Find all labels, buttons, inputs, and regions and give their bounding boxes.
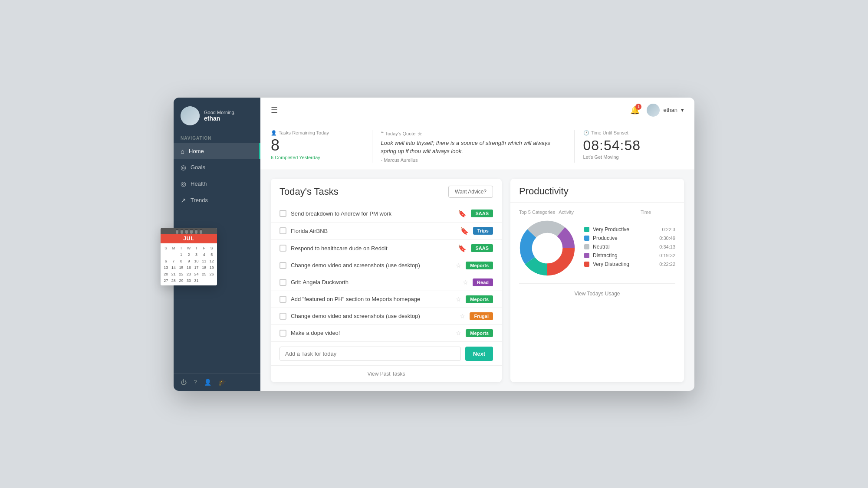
task-checkbox[interactable] — [279, 210, 286, 217]
task-star[interactable]: ☆ — [456, 330, 461, 337]
trends-icon: ↗ — [181, 197, 186, 204]
calendar-day[interactable]: 24 — [193, 271, 200, 277]
goals-icon: ◎ — [181, 164, 186, 171]
quote-icon: ❝ — [381, 131, 384, 136]
task-tag[interactable]: Trips — [473, 227, 493, 235]
col-activity: Activity — [559, 210, 637, 215]
calendar-day[interactable]: 3 — [193, 252, 200, 258]
task-text: Add "featured on PH" section to Meports … — [291, 296, 451, 302]
power-icon[interactable]: ⏻ — [181, 379, 187, 386]
user-icon[interactable]: 👤 — [204, 379, 211, 386]
calendar-day[interactable]: 8 — [178, 258, 185, 264]
task-tag[interactable]: Meports — [466, 329, 493, 337]
sunset-block: 🕐 Time Until Sunset 08:54:58 Let's Get M… — [575, 130, 684, 163]
task-item: Change demo video and screenshots (use d… — [271, 257, 502, 274]
task-bookmark-starred[interactable]: 🔖 — [458, 210, 467, 218]
calendar-day[interactable]: 13 — [162, 265, 170, 271]
view-usage-link[interactable]: View Todays Usage — [519, 287, 675, 300]
calendar-day[interactable]: 29 — [178, 278, 185, 284]
task-star[interactable]: ☆ — [456, 262, 461, 269]
col-categories: Top 5 Categories — [519, 210, 555, 215]
calendar-day[interactable]: 17 — [193, 265, 200, 271]
calendar-day[interactable]: 19 — [208, 265, 215, 271]
quote-star[interactable]: ★ — [417, 130, 423, 137]
legend-time: 0:22:22 — [659, 262, 675, 267]
calendar-day[interactable]: 5 — [208, 252, 215, 258]
calendar-day[interactable]: 21 — [170, 271, 178, 277]
calendar-day[interactable]: 7 — [170, 258, 178, 264]
task-star[interactable]: ☆ — [460, 313, 465, 320]
task-checkbox[interactable] — [279, 330, 286, 337]
calendar-day[interactable]: 6 — [162, 258, 170, 264]
calendar-day[interactable]: 31 — [193, 278, 200, 284]
task-tag[interactable]: Frugal — [470, 312, 493, 320]
task-tag[interactable]: SAAS — [471, 244, 493, 252]
help-icon[interactable]: ? — [194, 379, 197, 386]
calendar-day[interactable]: 9 — [185, 258, 193, 264]
calendar-day[interactable]: 1 — [178, 252, 185, 258]
task-checkbox[interactable] — [279, 313, 286, 320]
calendar-day[interactable]: 10 — [193, 258, 200, 264]
sidebar-home-label: Home — [189, 148, 204, 154]
calendar-day[interactable]: 4 — [201, 252, 208, 258]
task-star[interactable]: ☆ — [456, 296, 461, 303]
task-star[interactable]: ☆ — [463, 279, 468, 286]
calendar-day[interactable]: 12 — [208, 258, 215, 264]
legend-time: 0:30:49 — [659, 236, 675, 241]
svg-point-5 — [533, 233, 562, 262]
task-item: Change demo video and screenshots (use d… — [271, 308, 502, 325]
productivity-content: Top 5 Categories Activity Time — [510, 203, 684, 382]
calendar-day[interactable]: 26 — [208, 271, 215, 277]
calendar-day[interactable]: 11 — [201, 258, 208, 264]
task-tag[interactable]: Read — [473, 278, 493, 286]
calendar-grid: SMTWTFS123456789101112131415161718192021… — [161, 243, 217, 285]
task-tag[interactable]: Meports — [466, 295, 493, 303]
legend-dot — [584, 227, 589, 232]
calendar-day[interactable]: 2 — [185, 252, 193, 258]
task-checkbox[interactable] — [279, 227, 286, 234]
calendar-day[interactable]: 30 — [185, 278, 193, 284]
want-advice-button[interactable]: Want Advice? — [448, 186, 493, 198]
sidebar-item-health[interactable]: ◎ Health — [174, 176, 260, 192]
tasks-label: 👤 Tasks Remaining Today — [271, 130, 363, 136]
task-tag[interactable]: Meports — [466, 262, 493, 269]
sunset-time: 08:54:58 — [583, 138, 676, 154]
legend-dot — [584, 262, 589, 267]
calendar-day[interactable]: 20 — [162, 271, 170, 277]
topbar: ☰ 🔔 1 ethan ▾ — [260, 98, 694, 123]
prod-column-headers: Top 5 Categories Activity Time — [519, 210, 675, 215]
calendar-day[interactable]: 14 — [170, 265, 178, 271]
calendar-day[interactable]: 27 — [162, 278, 170, 284]
calendar-day[interactable]: 18 — [201, 265, 208, 271]
calendar-day[interactable]: 23 — [185, 271, 193, 277]
user-menu[interactable]: ethan ▾ — [647, 104, 684, 117]
task-checkbox[interactable] — [279, 279, 286, 286]
next-button[interactable]: Next — [465, 347, 493, 361]
task-checkbox[interactable] — [279, 245, 286, 252]
sidebar-item-trends[interactable]: ↗ Trends — [174, 192, 260, 209]
task-checkbox[interactable] — [279, 262, 286, 269]
task-bookmark-starred[interactable]: 🔖 — [460, 227, 469, 235]
hamburger-menu[interactable]: ☰ — [271, 105, 278, 115]
sidebar-bottom: ⏻ ? 👤 🎓 — [174, 373, 260, 391]
calendar-day[interactable]: 22 — [178, 271, 185, 277]
calendar-day[interactable]: 16 — [185, 265, 193, 271]
task-checkbox[interactable] — [279, 296, 286, 303]
calendar-day[interactable]: 15 — [178, 265, 185, 271]
add-task-input[interactable] — [279, 347, 461, 361]
user-avatar — [647, 104, 660, 117]
stats-row: 👤 Tasks Remaining Today 8 6 Completed Ye… — [260, 123, 694, 170]
sidebar: Good Morning, ethan NAVIGATION ⌂ Home ◎ … — [174, 98, 260, 391]
graduate-icon[interactable]: 🎓 — [218, 379, 226, 386]
calendar-day[interactable]: 25 — [201, 271, 208, 277]
view-past-tasks[interactable]: View Past Tasks — [271, 365, 502, 382]
task-bookmark-starred[interactable]: 🔖 — [458, 244, 467, 252]
calendar-rings — [161, 228, 217, 234]
sidebar-item-home[interactable]: ⌂ Home — [174, 143, 260, 159]
calendar-month: JUL — [161, 234, 217, 243]
legend-item: Very Distracting 0:22:22 — [584, 261, 675, 267]
task-tag[interactable]: SAAS — [471, 210, 493, 217]
sidebar-item-goals[interactable]: ◎ Goals — [174, 159, 260, 176]
notification-button[interactable]: 🔔 1 — [630, 105, 640, 115]
calendar-day[interactable]: 28 — [170, 278, 178, 284]
